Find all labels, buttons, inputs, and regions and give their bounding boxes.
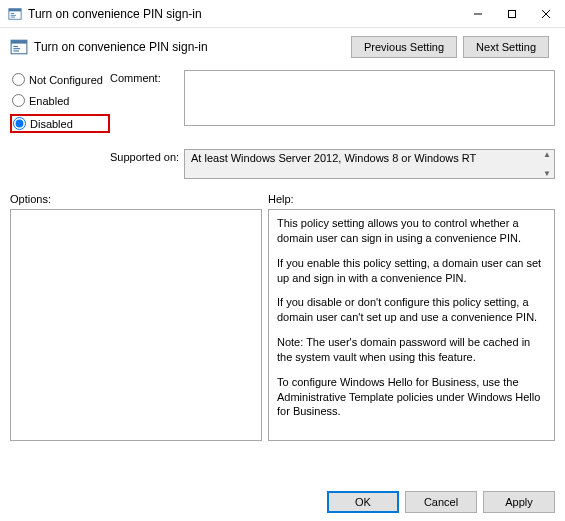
not-configured-label: Not Configured	[29, 74, 103, 86]
not-configured-input[interactable]	[12, 73, 25, 86]
svg-rect-12	[13, 48, 20, 49]
app-icon	[8, 7, 22, 21]
svg-rect-2	[11, 13, 15, 14]
help-paragraph: To configure Windows Hello for Business,…	[277, 375, 546, 420]
svg-rect-11	[13, 46, 18, 47]
disabled-input[interactable]	[13, 117, 26, 130]
policy-title: Turn on convenience PIN sign-in	[34, 40, 351, 54]
not-configured-radio[interactable]: Not Configured	[10, 72, 110, 87]
policy-header: Turn on convenience PIN sign-in Previous…	[0, 28, 565, 66]
svg-rect-10	[11, 40, 27, 43]
title-bar: Turn on convenience PIN sign-in	[0, 0, 565, 28]
svg-rect-6	[509, 10, 516, 17]
apply-button[interactable]: Apply	[483, 491, 555, 513]
disabled-label: Disabled	[30, 118, 73, 130]
previous-setting-button[interactable]: Previous Setting	[351, 36, 457, 58]
policy-icon	[10, 38, 28, 56]
maximize-button[interactable]	[495, 3, 529, 25]
close-button[interactable]	[529, 3, 563, 25]
cancel-button[interactable]: Cancel	[405, 491, 477, 513]
supported-scrollbar[interactable]: ▲▼	[540, 150, 554, 178]
window-title: Turn on convenience PIN sign-in	[28, 7, 461, 21]
state-radio-group: Not Configured Enabled Disabled	[10, 70, 110, 139]
supported-on-box: At least Windows Server 2012, Windows 8 …	[184, 149, 555, 179]
svg-rect-4	[11, 16, 15, 17]
comment-label: Comment:	[110, 70, 184, 139]
help-paragraph: If you disable or don't configure this p…	[277, 295, 546, 325]
help-label: Help:	[268, 193, 555, 205]
supported-on-label: Supported on:	[10, 149, 184, 179]
help-panel[interactable]: This policy setting allows you to contro…	[268, 209, 555, 441]
svg-rect-13	[13, 50, 19, 51]
disabled-radio[interactable]: Disabled	[10, 114, 110, 133]
dialog-footer: OK Cancel Apply	[327, 491, 555, 513]
enabled-label: Enabled	[29, 95, 69, 107]
enabled-radio[interactable]: Enabled	[10, 93, 110, 108]
ok-button[interactable]: OK	[327, 491, 399, 513]
help-paragraph: If you enable this policy setting, a dom…	[277, 256, 546, 286]
svg-rect-3	[11, 14, 16, 15]
comment-textarea[interactable]	[184, 70, 555, 126]
help-paragraph: Note: The user's domain password will be…	[277, 335, 546, 365]
help-paragraph: This policy setting allows you to contro…	[277, 216, 546, 246]
svg-rect-1	[9, 8, 21, 11]
minimize-button[interactable]	[461, 3, 495, 25]
next-setting-button[interactable]: Next Setting	[463, 36, 549, 58]
options-label: Options:	[10, 193, 268, 205]
options-panel	[10, 209, 262, 441]
enabled-input[interactable]	[12, 94, 25, 107]
supported-on-text: At least Windows Server 2012, Windows 8 …	[191, 152, 476, 164]
